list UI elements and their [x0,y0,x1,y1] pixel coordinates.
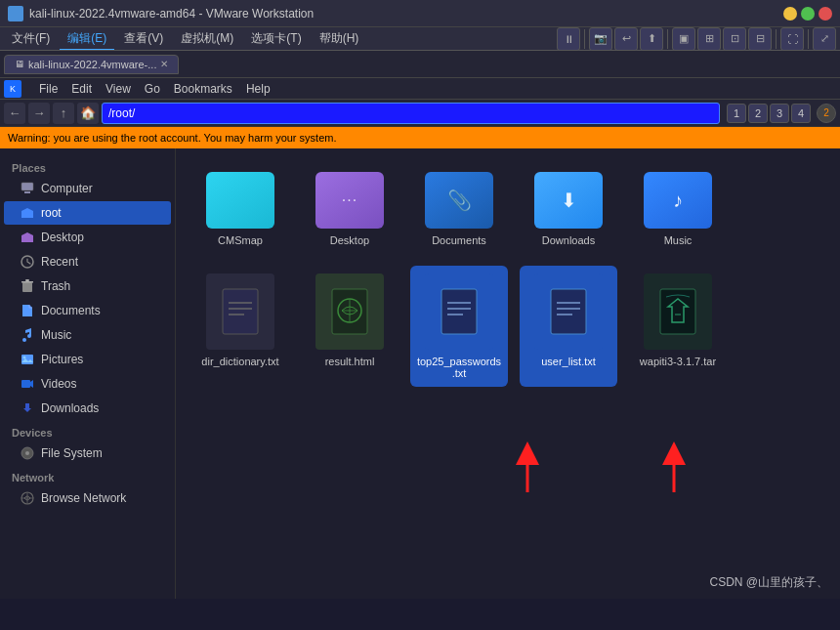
vm-tab[interactable]: 🖥 kali-linux-2022.4vmware-... ✕ [4,55,179,74]
file-item-userlist[interactable]: user_list.txt [520,266,617,387]
trash-icon [20,278,35,294]
sidebar-item-desktop[interactable]: Desktop [4,226,171,249]
nm-file[interactable]: File [33,80,63,98]
svg-point-11 [25,451,29,455]
new-tab-button[interactable]: 2 [817,104,836,123]
vmware-menubar: 文件(F) 编辑(E) 查看(V) 虚拟机(M) 选项卡(T) 帮助(H) ⏸ … [0,27,840,51]
sidebar-item-trash[interactable]: Trash [4,274,171,298]
nm-go[interactable]: Go [139,80,166,98]
file-item-dir-dict[interactable]: dir_dictionary.txt [191,266,289,387]
userlist-icon [534,273,603,350]
view1-button[interactable]: ▣ [672,27,695,51]
documents-label: Documents [41,304,101,317]
menu-vm[interactable]: 虚拟机(M) [173,28,241,49]
vm-window: K File Edit View Go Bookmarks Help ← → ↑… [0,78,840,599]
menu-help[interactable]: 帮助(H) [312,28,367,49]
sidebar-item-recent[interactable]: Recent [4,250,171,273]
home-button[interactable]: 🏠 [77,103,99,124]
downloads-folder-icon: ⬇ [534,172,603,229]
cmsmap-label: CMSmap [218,234,263,246]
view2-button[interactable]: ⊞ [697,27,721,51]
file-item-desktop[interactable]: ··· Desktop [301,164,399,254]
videos-icon [20,376,35,392]
back-button[interactable]: ← [4,103,25,124]
maximize-button[interactable] [801,7,815,21]
top25-icon [425,273,493,350]
separator2 [667,29,668,49]
menu-file[interactable]: 文件(F) [4,28,58,49]
nm-bookmarks[interactable]: Bookmarks [168,80,238,98]
window-controls [783,7,832,21]
music-label: Music [41,328,71,342]
arrow-userlist [654,439,693,501]
sidebar-item-documents[interactable]: Documents [4,299,171,322]
up-button[interactable]: ↑ [53,103,74,124]
snapshot-button[interactable]: 📷 [589,27,612,51]
sidebar-item-filesystem[interactable]: File System [4,441,171,465]
fit-button[interactable]: ⛶ [780,27,804,51]
filesystem-label: File System [41,446,103,460]
vm-tab-bar: 🖥 kali-linux-2022.4vmware-... ✕ [0,51,840,78]
menu-edit[interactable]: 编辑(E) [60,28,114,50]
close-button[interactable] [819,7,832,21]
wapiti-label: wapiti3-3.1.7.tar [640,356,716,367]
file-item-wapiti[interactable]: wapiti3-3.1.7.tar [629,266,727,387]
svg-rect-15 [223,289,258,334]
forward-button[interactable]: → [28,103,50,124]
desktop-folder-icon: ··· [315,172,384,229]
downloads-label: Downloads [41,401,99,415]
send-keys-button[interactable]: ⬆ [640,27,663,51]
music-note-icon: ♪ [673,189,683,212]
sidebar-item-root[interactable]: root [4,201,171,225]
nm-help[interactable]: Help [240,80,276,98]
svg-point-8 [23,357,26,359]
svg-rect-9 [21,380,30,388]
tab-2[interactable]: 2 [748,104,768,123]
music-folder-label: Music [664,234,693,246]
file-item-top25[interactable]: top25_passwords.txt [410,266,508,387]
tab-close-icon[interactable]: ✕ [160,59,168,69]
nm-edit[interactable]: Edit [65,80,98,98]
network-icon [20,490,35,506]
devices-label: Devices [0,421,175,441]
sidebar-item-browsenetwork[interactable]: Browse Network [4,486,171,510]
view3-button[interactable]: ⊡ [723,27,746,51]
fullscreen-button[interactable]: ⤢ [813,27,836,51]
sidebar-item-videos[interactable]: Videos [4,372,171,396]
top25-label: top25_passwords.txt [416,356,502,379]
main-content: Places Computer root Desktop [0,148,840,599]
music-folder-icon: ♪ [644,172,712,229]
tab-3[interactable]: 3 [770,104,789,123]
menu-view[interactable]: 查看(V) [116,28,171,49]
minimize-button[interactable] [783,7,797,21]
watermark: CSDN @山里的孩子、 [709,574,828,591]
dir-dict-icon [206,273,274,350]
svg-rect-4 [21,281,33,283]
window-title: kali-linux-2022.4vmware-amd64 - VMware W… [29,7,783,21]
address-input[interactable] [102,103,720,124]
menu-tabs[interactable]: 选项卡(T) [243,28,309,49]
tab-1[interactable]: 1 [727,104,746,123]
documents-folder-label: Documents [432,234,486,246]
file-item-downloads-folder[interactable]: ⬇ Downloads [520,164,617,254]
documents-clip-icon: 📎 [447,189,472,212]
sidebar-item-pictures[interactable]: Pictures [4,348,171,371]
sidebar-item-downloads[interactable]: Downloads [4,397,171,420]
nm-view[interactable]: View [100,80,137,98]
app-icon [8,6,23,21]
svg-rect-3 [22,282,32,292]
view4-button[interactable]: ⊟ [748,27,772,51]
tab-4[interactable]: 4 [791,104,811,123]
downloads-icon [20,400,35,416]
pause-button[interactable]: ⏸ [557,27,580,51]
downloads-folder-label: Downloads [542,234,595,246]
file-item-result[interactable]: result.html [301,266,399,387]
file-item-music[interactable]: ♪ Music [629,164,727,254]
sidebar-item-computer[interactable]: Computer [4,177,171,200]
file-item-cmsmap[interactable]: CMSmap [191,164,289,254]
warning-bar: Warning: you are using the root account.… [0,127,840,148]
sidebar-item-music[interactable]: Music [4,323,171,347]
file-item-documents[interactable]: 📎 Documents [410,164,508,254]
nav-toolbar: ← → ↑ 🏠 1 2 3 4 2 [0,100,840,127]
revert-button[interactable]: ↩ [614,27,638,51]
